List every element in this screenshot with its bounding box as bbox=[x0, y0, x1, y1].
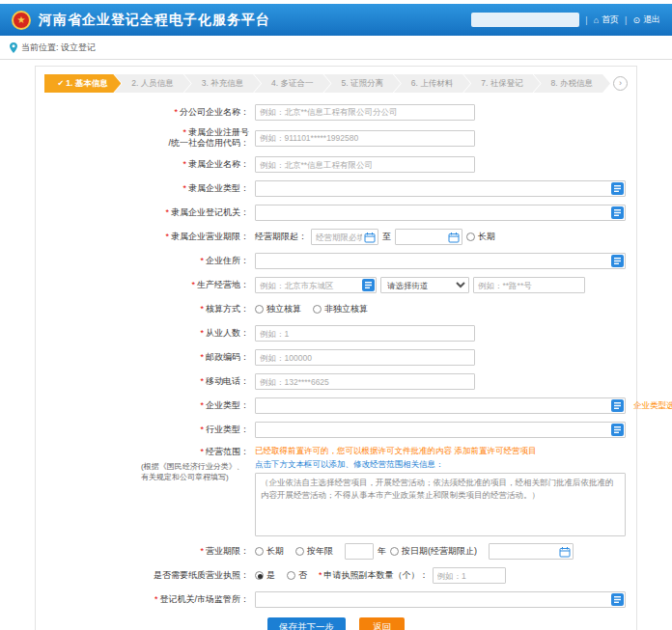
form-row-branch-name: *分公司企业名称： bbox=[44, 103, 628, 121]
license-copies-input[interactable] bbox=[433, 567, 506, 584]
business-place-input[interactable] bbox=[255, 277, 377, 293]
form-row-registry: *登记机关/市场监管所： bbox=[44, 591, 628, 609]
step-tab-label: 4. 多证合一 bbox=[271, 78, 313, 88]
accounting-non-independent-radio[interactable]: 非独立核算 bbox=[313, 303, 368, 315]
step-tab-tax-info[interactable]: 8. 办税信息 bbox=[534, 74, 610, 93]
business-scope-note: (根据《国民经济行业分类》、有关规定和公司章程填写) bbox=[141, 461, 249, 482]
picker-icon[interactable] bbox=[362, 279, 375, 291]
branch-name-input[interactable] bbox=[255, 104, 475, 121]
step-tab-cert-separation[interactable]: 5. 证照分离 bbox=[324, 74, 401, 93]
picker-icon[interactable] bbox=[611, 399, 624, 412]
radio-label: 长期 bbox=[266, 545, 284, 558]
business-scope-textarea[interactable]: （企业依法自主选择经营项目，开展经营活动；依法须经批准的项目，经相关部门批准后依… bbox=[255, 473, 626, 536]
required-asterisk: * bbox=[165, 232, 169, 241]
calendar-icon[interactable] bbox=[364, 232, 376, 243]
required-asterisk: * bbox=[154, 594, 158, 604]
field-label: 移动电话： bbox=[206, 376, 249, 386]
mobile-input[interactable] bbox=[255, 373, 475, 390]
radio-label: 长期 bbox=[478, 231, 495, 243]
back-button[interactable]: 返回 bbox=[359, 617, 405, 630]
required-asterisk: * bbox=[174, 107, 178, 117]
copies-label: 申请执照副本数量（个）： bbox=[324, 570, 429, 580]
step-tab-upload-materials[interactable]: 6. 上传材料 bbox=[394, 74, 470, 93]
header-separator: | bbox=[585, 15, 587, 25]
form-row-business-scope: *经营范围： (根据《国民经济行业分类》、有关规定和公司章程填写) 已经取得前置… bbox=[44, 446, 628, 536]
picker-icon[interactable] bbox=[611, 182, 624, 195]
radio-icon bbox=[390, 547, 399, 556]
form-panel: ✔1. 基本信息 2. 人员信息 3. 补充信息 4. 多证合一 5. 证照分离… bbox=[35, 66, 637, 630]
registry-input[interactable] bbox=[255, 591, 626, 608]
form-row-paper-license: 是否需要纸质营业执照： 是 否 *申请执照副本数量（个）： bbox=[44, 567, 628, 585]
form-row-company-type: *企业类型： 企业类型选择 bbox=[44, 397, 628, 415]
app-header: ★ 河南省企业登记全程电子化服务平台 | ⌂ 首页 | ⊙ 退出 bbox=[0, 4, 672, 36]
radio-icon bbox=[255, 547, 264, 556]
radio-icon bbox=[466, 233, 475, 241]
parent-type-input[interactable] bbox=[255, 180, 626, 197]
picker-icon[interactable] bbox=[611, 206, 624, 219]
parent-name-input[interactable] bbox=[255, 156, 475, 173]
picker-icon[interactable] bbox=[611, 593, 624, 606]
user-info-redacted bbox=[471, 13, 579, 27]
field-label: /统一社会信用代码： bbox=[168, 138, 249, 148]
step-tabs: ✔1. 基本信息 2. 人员信息 3. 补充信息 4. 多证合一 5. 证照分离… bbox=[44, 74, 628, 93]
radio-icon bbox=[255, 305, 264, 314]
term-longterm-radio[interactable]: 长期 bbox=[466, 231, 495, 243]
parent-code-input[interactable] bbox=[255, 130, 475, 147]
header-separator: | bbox=[625, 15, 627, 25]
required-asterisk: * bbox=[200, 376, 204, 386]
field-label: 从业人数： bbox=[206, 328, 249, 338]
form-row-mobile: *移动电话： bbox=[44, 373, 628, 391]
required-asterisk: * bbox=[200, 546, 204, 556]
field-label: 隶属企业营业期限： bbox=[171, 232, 249, 241]
save-next-button[interactable]: 保存并下一步 bbox=[267, 617, 346, 630]
home-link[interactable]: ⌂ 首页 bbox=[594, 14, 619, 26]
scope-hint-2: 点击下方文本框可以添加、修改经营范围相关信息： bbox=[255, 459, 444, 471]
picker-icon[interactable] bbox=[611, 255, 624, 267]
address-input[interactable] bbox=[255, 253, 626, 269]
step-tab-multi-cert[interactable]: 4. 多证合一 bbox=[254, 74, 330, 93]
company-type-input[interactable] bbox=[255, 397, 626, 414]
parent-authority-input[interactable] bbox=[255, 205, 626, 221]
step-check-icon: ✔ bbox=[58, 79, 65, 88]
postcode-input[interactable] bbox=[255, 349, 475, 366]
steps-more-button[interactable]: › bbox=[613, 76, 628, 91]
street-select[interactable]: 请选择街道 bbox=[380, 277, 469, 293]
road-input[interactable] bbox=[473, 277, 585, 293]
form-row-business-place: *生产经营地： 请选择街道 bbox=[44, 277, 628, 294]
employees-input[interactable] bbox=[255, 325, 475, 342]
required-asterisk: * bbox=[165, 207, 169, 217]
field-label: 分公司企业名称： bbox=[180, 107, 249, 117]
paper-license-no-radio[interactable]: 否 bbox=[287, 569, 307, 582]
logout-link[interactable]: ⊙ 退出 bbox=[632, 14, 660, 26]
step-tab-label: 2. 人员信息 bbox=[131, 78, 173, 88]
accounting-independent-radio[interactable]: 独立核算 bbox=[255, 303, 301, 315]
business-term-by-years-radio[interactable]: 按年限 bbox=[295, 545, 333, 558]
required-asterisk: * bbox=[200, 447, 204, 456]
step-tab-label: 6. 上传材料 bbox=[411, 78, 453, 88]
scope-hint-1: 已经取得前置许可的，您可以根据许可文件批准的内容 bbox=[255, 446, 452, 455]
calendar-icon[interactable] bbox=[448, 232, 460, 243]
step-tab-supplement-info[interactable]: 3. 补充信息 bbox=[184, 74, 261, 93]
home-link-label: 首页 bbox=[602, 14, 619, 26]
step-tab-social-security[interactable]: 7. 社保登记 bbox=[463, 74, 540, 93]
industry-type-input[interactable] bbox=[255, 422, 626, 438]
field-label: 企业类型： bbox=[206, 400, 249, 410]
radio-icon bbox=[255, 571, 264, 580]
form-row-parent-term: *隶属企业营业期限： 经营期限起： 至 长期 bbox=[44, 229, 628, 246]
required-asterisk: * bbox=[200, 425, 204, 434]
step-tab-personnel-info[interactable]: 2. 人员信息 bbox=[114, 74, 190, 93]
form-row-address: *企业住所： bbox=[44, 253, 628, 270]
business-term-long-radio[interactable]: 长期 bbox=[255, 545, 284, 558]
calendar-icon[interactable] bbox=[559, 546, 571, 558]
add-pre-license-link[interactable]: 添加前置许可经营项目 bbox=[455, 446, 537, 455]
paper-license-yes-radio[interactable]: 是 bbox=[255, 569, 275, 582]
picker-icon[interactable] bbox=[611, 424, 624, 436]
business-term-by-date-radio[interactable]: 按日期(经营期限止) bbox=[390, 545, 477, 558]
company-type-select-link[interactable]: 企业类型选择 bbox=[633, 400, 672, 412]
field-label: 生产经营地： bbox=[197, 280, 249, 289]
field-label: 隶属企业注册号 bbox=[188, 127, 249, 137]
form-row-parent-authority: *隶属企业登记机关： bbox=[44, 205, 628, 222]
form-row-parent-type: *隶属企业类型： bbox=[44, 180, 628, 198]
term-years-input[interactable] bbox=[345, 543, 374, 560]
step-tab-basic-info[interactable]: ✔1. 基本信息 bbox=[44, 74, 121, 93]
